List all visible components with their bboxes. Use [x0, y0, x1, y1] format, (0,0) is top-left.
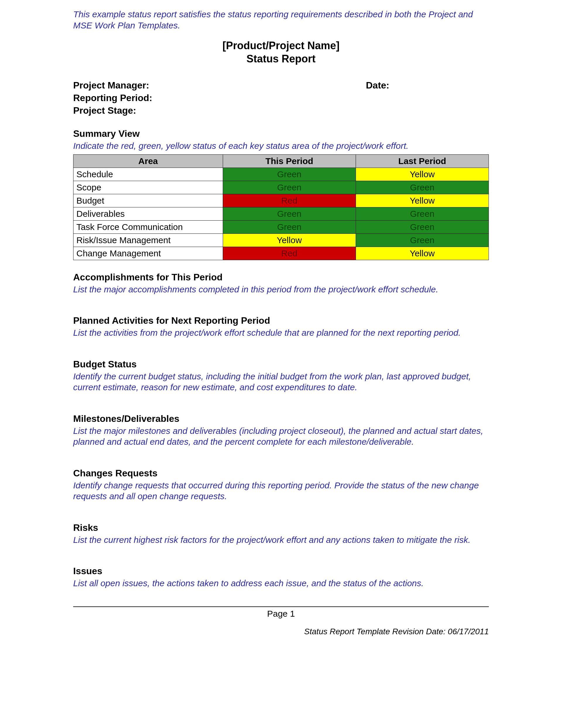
accomplishments-section: Accomplishments for This Period List the…	[73, 272, 489, 295]
status-last-period-cell: Green	[356, 233, 488, 247]
budget-status-section: Budget Status Identify the current budge…	[73, 359, 489, 393]
status-last-period-cell: Green	[356, 220, 488, 233]
status-this-period-cell: Green	[223, 168, 356, 181]
risks-heading: Risks	[73, 522, 489, 533]
title-block: [Product/Project Name] Status Report	[73, 39, 489, 65]
intro-note: This example status report satisfies the…	[73, 9, 489, 31]
col-last-period: Last Period	[356, 154, 488, 168]
footer-divider	[73, 606, 489, 607]
planned-activities-section: Planned Activities for Next Reporting Pe…	[73, 315, 489, 338]
status-this-period-cell: Green	[223, 220, 356, 233]
accomplishments-instructions: List the major accomplishments completed…	[73, 284, 489, 295]
status-this-period-cell: Red	[223, 194, 356, 207]
milestones-heading: Milestones/Deliverables	[73, 413, 489, 424]
status-area-cell: Task Force Communication	[74, 220, 223, 233]
status-table-row: DeliverablesGreenGreen	[74, 207, 489, 220]
col-this-period: This Period	[223, 154, 356, 168]
status-table-row: BudgetRedYellow	[74, 194, 489, 207]
status-table-row: Risk/Issue ManagementYellowGreen	[74, 233, 489, 247]
milestones-instructions: List the major milestones and deliverabl…	[73, 425, 489, 447]
summary-view-section: Summary View Indicate the red, green, ye…	[73, 128, 489, 260]
status-last-period-cell: Yellow	[356, 194, 488, 207]
accomplishments-heading: Accomplishments for This Period	[73, 272, 489, 283]
risks-instructions: List the current highest risk factors fo…	[73, 534, 489, 545]
status-last-period-cell: Yellow	[356, 168, 488, 181]
changes-heading: Changes Requests	[73, 468, 489, 479]
milestones-section: Milestones/Deliverables List the major m…	[73, 413, 489, 447]
changes-section: Changes Requests Identify change request…	[73, 468, 489, 502]
status-table-row: Task Force CommunicationGreenGreen	[74, 220, 489, 233]
title-line-1: [Product/Project Name]	[73, 39, 489, 52]
status-last-period-cell: Yellow	[356, 247, 488, 260]
status-area-cell: Change Management	[74, 247, 223, 260]
status-this-period-cell: Green	[223, 181, 356, 194]
status-area-cell: Deliverables	[74, 207, 223, 220]
changes-instructions: Identify change requests that occurred d…	[73, 480, 489, 502]
status-this-period-cell: Green	[223, 207, 356, 220]
meta-block: Project Manager: Date: Reporting Period:…	[73, 80, 489, 116]
status-area-cell: Schedule	[74, 168, 223, 181]
planned-activities-instructions: List the activities from the project/wor…	[73, 327, 489, 338]
status-report-page: This example status report satisfies the…	[0, 0, 562, 728]
budget-status-instructions: Identify the current budget status, incl…	[73, 371, 489, 393]
risks-section: Risks List the current highest risk fact…	[73, 522, 489, 545]
planned-activities-heading: Planned Activities for Next Reporting Pe…	[73, 315, 489, 326]
reporting-period-label: Reporting Period:	[73, 93, 152, 103]
status-last-period-cell: Green	[356, 207, 488, 220]
revision-date: Status Report Template Revision Date: 06…	[73, 627, 489, 636]
summary-view-instructions: Indicate the red, green, yellow status o…	[73, 140, 489, 151]
status-this-period-cell: Red	[223, 247, 356, 260]
date-label: Date:	[366, 80, 389, 91]
project-manager-label: Project Manager:	[73, 80, 149, 91]
project-stage-label: Project Stage:	[73, 105, 136, 116]
status-area-cell: Scope	[74, 181, 223, 194]
status-table-row: Change ManagementRedYellow	[74, 247, 489, 260]
status-area-cell: Budget	[74, 194, 223, 207]
status-table-row: ScopeGreenGreen	[74, 181, 489, 194]
issues-heading: Issues	[73, 566, 489, 577]
status-area-cell: Risk/Issue Management	[74, 233, 223, 247]
budget-status-heading: Budget Status	[73, 359, 489, 370]
status-table-header-row: Area This Period Last Period	[74, 154, 489, 168]
status-table: Area This Period Last Period ScheduleGre…	[73, 154, 489, 260]
col-area: Area	[74, 154, 223, 168]
title-line-2: Status Report	[73, 52, 489, 65]
status-table-row: ScheduleGreenYellow	[74, 168, 489, 181]
issues-instructions: List all open issues, the actions taken …	[73, 578, 489, 589]
page-number: Page 1	[73, 609, 489, 619]
issues-section: Issues List all open issues, the actions…	[73, 566, 489, 589]
status-last-period-cell: Green	[356, 181, 488, 194]
status-this-period-cell: Yellow	[223, 233, 356, 247]
summary-view-heading: Summary View	[73, 128, 489, 139]
